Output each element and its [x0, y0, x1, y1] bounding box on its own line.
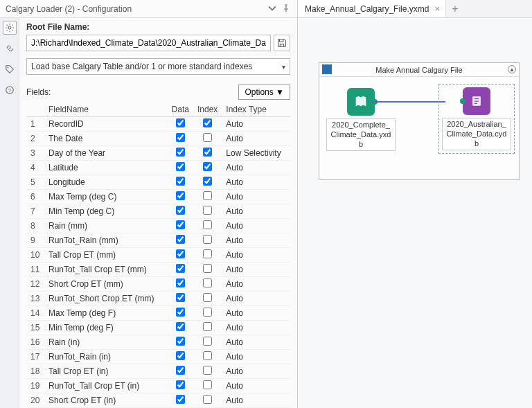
data-checkbox[interactable]: [176, 118, 185, 127]
close-icon[interactable]: ×: [434, 3, 440, 14]
index-checkbox[interactable]: [203, 380, 212, 389]
input-node[interactable]: 2020_Complete_Climate_Data.yxdb: [326, 88, 396, 151]
data-checkbox[interactable]: [176, 133, 185, 142]
row-number: 4: [26, 161, 44, 175]
table-row[interactable]: 4LatitudeAuto: [26, 161, 290, 175]
options-button[interactable]: Options ▼: [238, 85, 290, 100]
table-row[interactable]: 2The DateAuto: [26, 132, 290, 146]
pin-icon[interactable]: [282, 4, 292, 14]
table-row[interactable]: 12Short Crop ET (mm)Auto: [26, 277, 290, 292]
index-checkbox[interactable]: [203, 366, 212, 375]
row-number: 16: [26, 335, 44, 350]
table-row[interactable]: 11RunTot_Tall Crop ET (mm)Auto: [26, 263, 290, 277]
fields-table: FieldName Data Index Index Type 1RecordI…: [26, 103, 290, 408]
data-checkbox[interactable]: [176, 351, 185, 360]
index-checkbox[interactable]: [203, 322, 212, 331]
data-checkbox[interactable]: [176, 293, 185, 302]
row-number: 10: [26, 248, 44, 263]
data-checkbox[interactable]: [176, 162, 185, 171]
table-row[interactable]: 17RunTot_Rain (in)Auto: [26, 350, 290, 364]
connector[interactable]: [371, 101, 445, 103]
index-checkbox[interactable]: [203, 395, 212, 404]
index-checkbox[interactable]: [203, 118, 212, 127]
data-checkbox[interactable]: [176, 264, 185, 273]
field-name: Short Crop ET (in): [44, 393, 168, 408]
table-row[interactable]: 6Max Temp (deg C)Auto: [26, 190, 290, 204]
data-checkbox[interactable]: [176, 206, 185, 215]
input-anchor[interactable]: [460, 98, 466, 104]
field-name: Day of the Year: [44, 146, 168, 161]
row-number: 7: [26, 204, 44, 219]
table-row[interactable]: 13RunTot_Short Crop ET (mm)Auto: [26, 292, 290, 306]
index-checkbox[interactable]: [203, 249, 212, 258]
data-checkbox[interactable]: [176, 278, 185, 287]
table-row[interactable]: 15Min Temp (deg F)Auto: [26, 321, 290, 335]
table-row[interactable]: 7Min Temp (deg C)Auto: [26, 204, 290, 219]
index-checkbox[interactable]: [203, 220, 212, 229]
link-icon[interactable]: [3, 42, 17, 55]
table-row[interactable]: 3Day of the YearLow Selectivity: [26, 146, 290, 161]
data-checkbox[interactable]: [176, 191, 185, 200]
index-checkbox[interactable]: [203, 206, 212, 215]
row-number: 14: [26, 306, 44, 321]
gear-icon[interactable]: [3, 21, 17, 35]
table-row[interactable]: 20Short Crop ET (in)Auto: [26, 393, 290, 408]
index-checkbox[interactable]: [203, 337, 212, 346]
index-checkbox[interactable]: [203, 177, 212, 186]
data-checkbox[interactable]: [176, 249, 185, 258]
field-name: RunTot_Tall Crop ET (mm): [44, 263, 168, 277]
config-sidebar: ?: [0, 18, 19, 408]
table-row[interactable]: 18Tall Crop ET (in)Auto: [26, 364, 290, 379]
canvas[interactable]: Make Annual Calgary File ▲ 2020_Complete…: [298, 18, 532, 408]
index-checkbox[interactable]: [203, 133, 212, 142]
index-checkbox[interactable]: [203, 293, 212, 302]
container-collapse-icon[interactable]: ▲: [508, 65, 516, 73]
table-row[interactable]: 9RunTot_Rain (mm)Auto: [26, 233, 290, 248]
workflow-tab[interactable]: Make_Annual_Calgary_File.yxmd ×: [298, 0, 446, 17]
document-icon: [463, 87, 490, 115]
index-checkbox[interactable]: [203, 162, 212, 171]
tag-icon[interactable]: [3, 62, 17, 76]
index-checkbox[interactable]: [203, 148, 212, 157]
index-checkbox[interactable]: [203, 264, 212, 273]
data-checkbox[interactable]: [176, 308, 185, 317]
root-file-input[interactable]: [26, 35, 271, 51]
data-checkbox[interactable]: [176, 366, 185, 375]
svg-text:?: ?: [8, 88, 11, 93]
table-row[interactable]: 14Max Temp (deg F)Auto: [26, 306, 290, 321]
data-checkbox[interactable]: [176, 395, 185, 404]
data-checkbox[interactable]: [176, 322, 185, 331]
row-number: 20: [26, 393, 44, 408]
index-checkbox[interactable]: [203, 351, 212, 360]
data-checkbox[interactable]: [176, 235, 185, 244]
save-icon[interactable]: [274, 35, 290, 51]
mode-dropdown[interactable]: Load base Calgary Table and/or 1 or more…: [26, 58, 290, 75]
index-checkbox[interactable]: [203, 235, 212, 244]
table-row[interactable]: 1RecordIDAuto: [26, 117, 290, 132]
data-checkbox[interactable]: [176, 177, 185, 186]
help-icon[interactable]: ?: [3, 83, 17, 97]
index-type: Auto: [222, 364, 290, 379]
tool-container[interactable]: Make Annual Calgary File ▲ 2020_Complete…: [319, 62, 520, 180]
index-type: Auto: [222, 263, 290, 277]
data-checkbox[interactable]: [176, 380, 185, 389]
index-type: Auto: [222, 306, 290, 321]
data-checkbox[interactable]: [176, 337, 185, 346]
table-row[interactable]: 10Tall Crop ET (mm)Auto: [26, 248, 290, 263]
data-checkbox[interactable]: [176, 220, 185, 229]
index-type: Auto: [222, 204, 290, 219]
table-row[interactable]: 5LongitudeAuto: [26, 175, 290, 190]
table-row[interactable]: 8Rain (mm)Auto: [26, 219, 290, 233]
tab-label: Make_Annual_Calgary_File.yxmd: [305, 4, 429, 14]
output-node[interactable]: 2020_Australian_Climate_Data.cydb: [442, 87, 511, 150]
collapse-chevron-icon[interactable]: [268, 4, 278, 14]
col-index: Index: [193, 103, 222, 117]
table-row[interactable]: 16Rain (in)Auto: [26, 335, 290, 350]
data-checkbox[interactable]: [176, 148, 185, 157]
index-checkbox[interactable]: [203, 191, 212, 200]
table-row[interactable]: 19RunTot_Tall Crop ET (in)Auto: [26, 379, 290, 393]
index-checkbox[interactable]: [203, 308, 212, 317]
index-type: Auto: [222, 175, 290, 190]
index-checkbox[interactable]: [203, 278, 212, 287]
add-tab-button[interactable]: +: [446, 0, 464, 17]
